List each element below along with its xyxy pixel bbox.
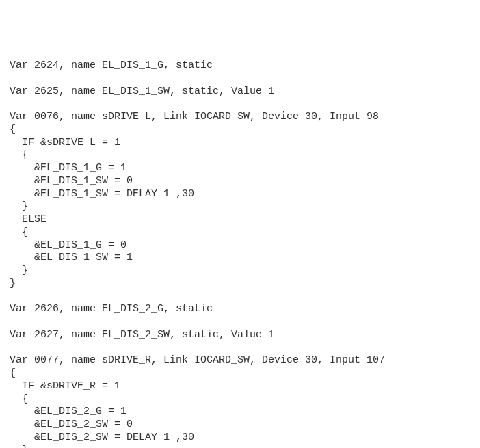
code-block: Var 2624, name EL_DIS_1_G, static Var 26… <box>10 60 470 448</box>
